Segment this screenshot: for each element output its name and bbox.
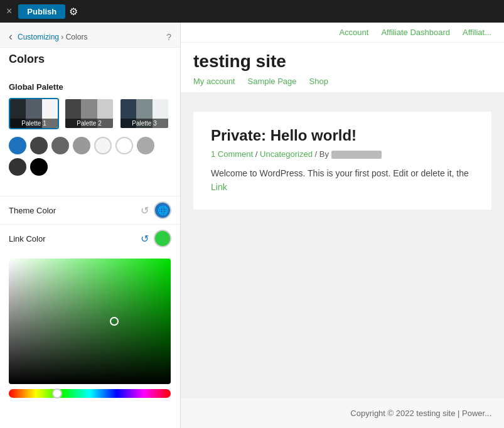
publish-button[interactable]: Publish (18, 4, 65, 19)
post-title: Private: Hello world! (211, 127, 474, 144)
site-header-top: Account Affiliate Dashboard Affiliat... (181, 23, 504, 43)
post-meta-author (331, 151, 382, 159)
post-card: Private: Hello world! 1 Comment / Uncate… (193, 112, 491, 210)
preview-footer: Copyright © 2022 testing site | Power... (181, 399, 504, 428)
hue-slider-wrapper (9, 389, 171, 398)
swatch-near-black[interactable] (9, 158, 26, 176)
global-palette-label: Global Palette (9, 82, 171, 92)
color-picker[interactable] (0, 252, 180, 404)
close-button[interactable]: × (6, 6, 12, 17)
breadcrumb-separator: › (59, 33, 66, 41)
swatch-black[interactable] (30, 158, 48, 176)
left-panel: ‹ Customizing › Colors ? Colors Global P… (0, 23, 181, 428)
swatch-off-white[interactable] (94, 137, 112, 154)
site-nav: My account Sample Page Shop (193, 77, 491, 86)
palette-item-2[interactable]: Palette 2 (64, 98, 114, 129)
nav-top-affiliate2[interactable]: Affiliat... (463, 28, 491, 37)
panel-title: Colors (0, 48, 180, 73)
link-color-reset-button[interactable]: ↺ (141, 233, 149, 245)
footer-text: Copyright © 2022 testing site | Power... (350, 409, 491, 418)
palette-3-label: Palette 3 (121, 119, 168, 128)
swatch-dark-gray[interactable] (30, 137, 48, 154)
link-color-circle[interactable] (154, 230, 171, 247)
nav-top-account[interactable]: Account (339, 28, 368, 37)
link-color-row: Link Color ↺ (0, 224, 180, 252)
preview-content: Private: Hello world! 1 Comment / Uncate… (181, 93, 504, 222)
right-panel: Account Affiliate Dashboard Affiliat... … (181, 23, 504, 428)
swatch-medium-gray[interactable] (51, 137, 69, 154)
breadcrumb-link[interactable]: Customizing (18, 33, 59, 41)
post-link[interactable]: Link (211, 182, 227, 192)
panel-header-left: ‹ Customizing › Colors (9, 30, 87, 43)
palette-item-1[interactable]: Palette 1 (9, 98, 59, 129)
swatch-white[interactable] (115, 137, 133, 154)
nav-sample-page[interactable]: Sample Page (247, 77, 296, 86)
global-palette-section: Global Palette Palette 1 (0, 73, 180, 196)
back-button[interactable]: ‹ (9, 30, 13, 43)
swatch-blue[interactable] (9, 137, 26, 154)
link-color-label: Link Color (9, 234, 46, 243)
link-color-controls: ↺ (141, 230, 171, 247)
post-meta-sep1: / (253, 149, 260, 159)
theme-color-reset-button[interactable]: ↺ (141, 205, 149, 217)
post-meta-comment[interactable]: 1 Comment (211, 149, 253, 159)
help-icon[interactable]: ? (166, 32, 171, 42)
site-nav-bar: testing site My account Sample Page Shop (181, 43, 504, 93)
palette-2-label: Palette 2 (65, 119, 113, 128)
swatch-gray2[interactable] (137, 137, 154, 154)
theme-color-row: Theme Color ↺ 🌐 (0, 196, 180, 224)
hue-slider[interactable] (9, 389, 171, 398)
post-meta: 1 Comment / Uncategorized / By (211, 149, 474, 159)
nav-shop[interactable]: Shop (309, 77, 328, 86)
top-bar: × Publish ⚙ (0, 0, 504, 23)
post-text: Welcome to WordPress. This is your first… (211, 166, 474, 195)
post-meta-cat[interactable]: Uncategorized (260, 149, 313, 159)
color-picker-cursor (110, 317, 119, 326)
hue-thumb (52, 388, 62, 399)
theme-color-label: Theme Color (9, 206, 56, 215)
color-swatches (9, 137, 171, 176)
swatch-light-gray[interactable] (73, 137, 90, 154)
nav-my-account[interactable]: My account (193, 77, 235, 86)
main-layout: ‹ Customizing › Colors ? Colors Global P… (0, 23, 504, 428)
palette-item-3[interactable]: Palette 3 (119, 98, 169, 129)
panel-header: ‹ Customizing › Colors ? (0, 23, 180, 48)
breadcrumb: Customizing › Colors (18, 33, 87, 41)
palette-1-label: Palette 1 (10, 119, 58, 128)
site-title: testing site (193, 51, 491, 72)
gear-button[interactable]: ⚙ (69, 6, 78, 18)
theme-color-circle[interactable]: 🌐 (154, 201, 171, 219)
theme-color-controls: ↺ 🌐 (141, 201, 171, 219)
breadcrumb-child: Colors (66, 33, 88, 41)
post-meta-sep2: / By (313, 149, 331, 159)
color-gradient[interactable] (9, 259, 171, 384)
palette-grid: Palette 1 Palette 2 (9, 98, 171, 129)
nav-top-affiliate[interactable]: Affiliate Dashboard (381, 28, 450, 37)
